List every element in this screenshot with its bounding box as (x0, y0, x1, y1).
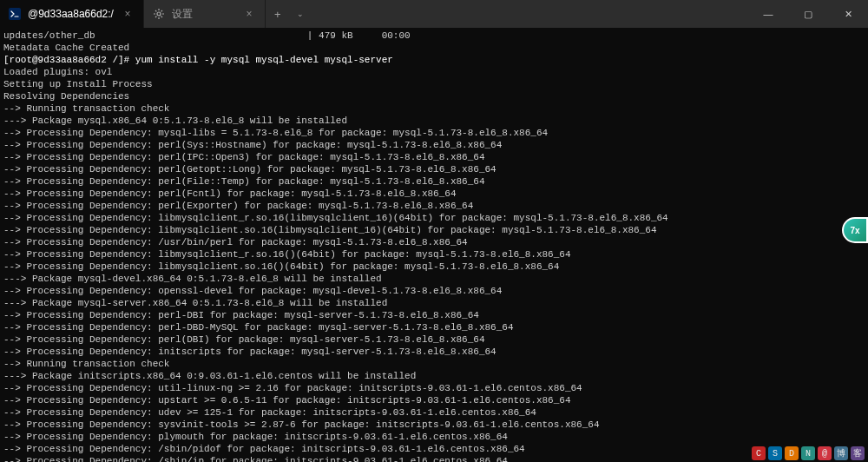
maximize-button[interactable]: ▢ (788, 0, 828, 28)
terminal-line: ---> Package mysql-devel.x86_64 0:5.1.73… (3, 273, 865, 285)
svg-rect-0 (9, 8, 21, 20)
tab-title: 设置 (172, 7, 193, 22)
terminal-line: --> Processing Dependency: libmysqlclien… (3, 212, 865, 224)
terminal-line: --> Processing Dependency: mysql-libs = … (3, 127, 865, 139)
minimize-button[interactable]: — (748, 0, 788, 28)
terminal-line: --> Processing Dependency: util-linux-ng… (3, 382, 865, 394)
watermark-box: S (768, 446, 782, 460)
terminal-line: --> Processing Dependency: perl(Getopt::… (3, 163, 865, 175)
terminal-line: --> Processing Dependency: perl(Fcntl) f… (3, 188, 865, 200)
terminal-line: Setting up Install Process (3, 78, 865, 90)
terminal-line: --> Processing Dependency: perl(IPC::Ope… (3, 151, 865, 163)
terminal-line: Resolving Dependencies (3, 90, 865, 102)
close-icon[interactable]: × (242, 7, 256, 21)
watermark: CSDN@博客 (752, 446, 865, 460)
terminal-line: --> Processing Dependency: udev >= 125-1… (3, 406, 865, 419)
close-icon[interactable]: × (121, 7, 135, 21)
terminal-line: --> Processing Dependency: /sbin/pidof f… (3, 443, 865, 455)
terminal-line: --> Processing Dependency: /sbin/ip for … (3, 455, 865, 462)
terminal-line: --> Processing Dependency: sysvinit-tool… (3, 419, 865, 431)
terminal-line: --> Processing Dependency: perl-DBI for … (3, 309, 865, 321)
new-tab-button[interactable]: + (266, 0, 290, 28)
window-controls: — ▢ ✕ (748, 0, 868, 28)
watermark-box: @ (818, 446, 832, 460)
terminal-line: Loaded plugins: ovl (3, 66, 865, 78)
terminal-line: --> Processing Dependency: libmysqlclien… (3, 224, 865, 236)
terminal-line: --> Processing Dependency: upstart >= 0.… (3, 394, 865, 406)
watermark-box: N (801, 446, 815, 460)
terminal-line: --> Processing Dependency: plymouth for … (3, 431, 865, 443)
terminal-line: --> Processing Dependency: perl-DBD-MySQ… (3, 321, 865, 333)
floating-badge[interactable]: 7x (842, 217, 868, 243)
terminal-line: ---> Package mysql.x86_64 0:5.1.73-8.el6… (3, 115, 865, 127)
terminal-line: --> Processing Dependency: perl(File::Te… (3, 175, 865, 188)
terminal-output[interactable]: updates/other_db | 479 kB 00:00Metadata … (0, 28, 868, 462)
tab-settings[interactable]: 设置 × (144, 0, 266, 28)
titlebar: @9d33aa8a66d2:/ × 设置 × + ⌄ — ▢ ✕ (0, 0, 868, 28)
powershell-icon (9, 8, 21, 20)
terminal-line: --> Processing Dependency: initscripts f… (3, 346, 865, 358)
watermark-box: C (752, 446, 766, 460)
terminal-line: [root@9d33aa8a66d2 /]# yum install -y my… (3, 54, 865, 66)
watermark-box: D (785, 446, 799, 460)
tab-dropdown-button[interactable]: ⌄ (290, 0, 311, 28)
tab-terminal[interactable]: @9d33aa8a66d2:/ × (0, 0, 144, 28)
terminal-line: --> Processing Dependency: perl(Sys::Hos… (3, 139, 865, 151)
settings-icon (153, 8, 165, 20)
terminal-line: --> Processing Dependency: libmysqlclien… (3, 261, 865, 273)
terminal-line: --> Processing Dependency: perl(DBI) for… (3, 333, 865, 346)
terminal-line: Metadata Cache Created (3, 42, 865, 54)
terminal-line: --> Running transaction check (3, 358, 865, 370)
terminal-line: --> Processing Dependency: openssl-devel… (3, 285, 865, 297)
terminal-line: --> Processing Dependency: perl(Exporter… (3, 200, 865, 212)
close-window-button[interactable]: ✕ (828, 0, 868, 28)
terminal-line: ---> Package mysql-server.x86_64 0:5.1.7… (3, 297, 865, 309)
watermark-box: 客 (851, 446, 865, 460)
terminal-line: --> Processing Dependency: libmysqlclien… (3, 248, 865, 261)
terminal-line: --> Running transaction check (3, 102, 865, 115)
watermark-box: 博 (834, 446, 848, 460)
terminal-line: --> Processing Dependency: /usr/bin/perl… (3, 236, 865, 248)
terminal-line: updates/other_db | 479 kB 00:00 (3, 30, 865, 42)
tab-title: @9d33aa8a66d2:/ (28, 8, 114, 20)
terminal-line: ---> Package initscripts.x86_64 0:9.03.6… (3, 370, 865, 382)
svg-point-1 (157, 12, 161, 16)
